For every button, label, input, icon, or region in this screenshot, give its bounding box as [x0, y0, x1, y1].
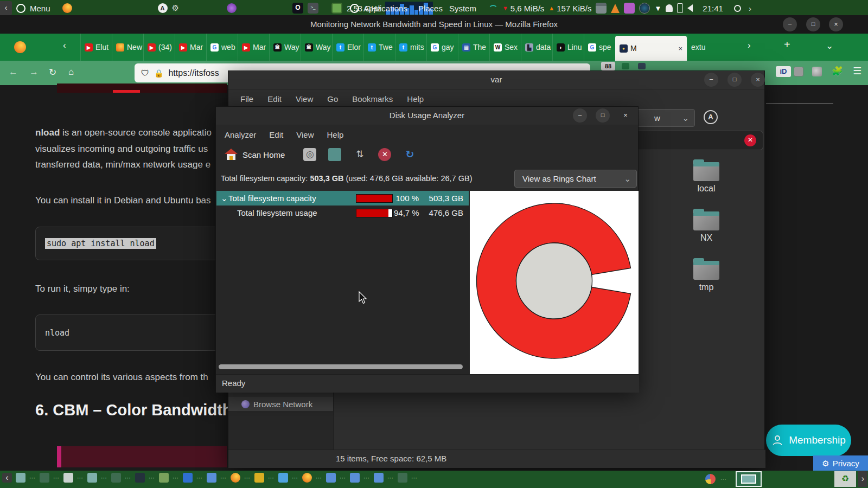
fm-menu-help[interactable]: Help: [407, 94, 424, 104]
tab-scroll-left-icon[interactable]: ‹: [63, 40, 66, 51]
fm-minimize-button[interactable]: −: [704, 73, 718, 87]
notifications-bell-icon[interactable]: [666, 4, 673, 12]
tab[interactable]: 🏛Way: [301, 34, 332, 61]
dua-menu-help[interactable]: Help: [327, 130, 343, 139]
shield-icon[interactable]: 🛡: [141, 68, 149, 78]
system-menu[interactable]: System: [449, 4, 476, 13]
tab[interactable]: tElor: [332, 34, 363, 61]
scan-folder-icon[interactable]: [328, 148, 341, 161]
tab[interactable]: ▶(34): [143, 34, 175, 61]
tab[interactable]: ▶Elut: [80, 34, 112, 61]
taskbar-bird-icon[interactable]: [278, 473, 288, 483]
cookies-extension-icon[interactable]: [812, 67, 822, 76]
battery-icon[interactable]: [677, 3, 683, 13]
url-text[interactable]: https://itsfoss: [168, 68, 219, 78]
tab[interactable]: ▙data: [521, 34, 552, 61]
media-applet-icon[interactable]: [624, 3, 635, 14]
dua-titlebar[interactable]: Disk Usage Analyzer − □ ×: [216, 107, 638, 125]
window-label-dots[interactable]: ⋯: [149, 474, 155, 481]
clock[interactable]: 21:41: [703, 4, 723, 13]
taskbar-collapse-icon[interactable]: ‹: [2, 473, 12, 483]
tor-icon[interactable]: [227, 3, 237, 13]
taskbar-grid-blue-icon[interactable]: [350, 473, 360, 483]
dua-maximize-button[interactable]: □: [596, 108, 610, 123]
view-as-dropdown[interactable]: View as Rings Chart⌄: [514, 170, 637, 188]
taskbar-firefox-icon[interactable]: [231, 473, 240, 483]
new-tab-button[interactable]: +: [784, 38, 790, 51]
tree-row[interactable]: Total filesystem usage94,7 %476,6 GB: [216, 206, 469, 220]
fm-menu-bookmarks[interactable]: Bookmarks: [352, 94, 393, 104]
taskbar-folder-icon[interactable]: [111, 473, 121, 483]
hamburger-menu-icon[interactable]: ☰: [853, 65, 861, 77]
scan-filesystem-icon[interactable]: ◎: [303, 148, 316, 161]
fm-menu-view[interactable]: View: [296, 94, 313, 104]
taskbar-window-green-icon[interactable]: [159, 473, 169, 483]
taskbar-window-teal-icon[interactable]: [16, 473, 25, 483]
network-signal-icon[interactable]: [488, 5, 498, 11]
window-label-dots[interactable]: ⋯: [244, 474, 251, 481]
code-text-selected[interactable]: sudo apt install nload: [45, 238, 156, 249]
fm-search-close-icon[interactable]: ✕: [744, 134, 756, 146]
pie-chart-window-icon[interactable]: [705, 474, 716, 484]
reload-icon[interactable]: ↻: [49, 67, 56, 78]
memory-applet-icon[interactable]: [331, 3, 342, 14]
tab[interactable]: ▶Mar: [175, 34, 206, 61]
window-label-dots[interactable]: ⋯: [29, 474, 36, 481]
tab[interactable]: tTwe: [363, 34, 395, 61]
tab-scroll-right-icon[interactable]: ›: [748, 40, 751, 51]
fm-menu-go[interactable]: Go: [327, 94, 338, 104]
window-label-dots[interactable]: ⋯: [340, 474, 346, 481]
folder-NX[interactable]: NX: [682, 209, 731, 243]
fm-maximize-button[interactable]: □: [727, 73, 742, 87]
menu-logo-icon[interactable]: [16, 4, 25, 13]
tab[interactable]: ◗Linu: [552, 34, 584, 61]
taskbar-grid-blue-icon[interactable]: [207, 473, 216, 483]
window-label-dots[interactable]: ⋯: [173, 474, 179, 481]
firefox-close-button[interactable]: ×: [829, 17, 843, 31]
tab[interactable]: Ggay: [426, 34, 458, 61]
tab[interactable]: extu: [687, 34, 718, 61]
puzzle-extensions-icon[interactable]: 🧩: [832, 66, 843, 77]
globe-extension-icon[interactable]: [794, 67, 803, 76]
gears-icon[interactable]: ⚙: [172, 3, 179, 13]
taskbar-grid-blue-icon[interactable]: [326, 473, 336, 483]
folder-tmp[interactable]: tmp: [682, 258, 731, 292]
firefox-minimize-button[interactable]: −: [783, 17, 797, 31]
dua-menu-edit[interactable]: Edit: [269, 130, 283, 139]
fm-view-dropdown[interactable]: w⌄: [630, 109, 695, 127]
refresh-icon[interactable]: ↻: [403, 148, 416, 161]
window-label-dots[interactable]: ⋯: [316, 474, 322, 481]
fm-menu-file[interactable]: File: [240, 94, 253, 104]
taskbar-folder-icon[interactable]: [40, 473, 49, 483]
trash-applet[interactable]: ♻: [834, 471, 856, 487]
fm-search-icon[interactable]: A: [704, 110, 718, 124]
firefox-launcher-icon[interactable]: [62, 3, 72, 13]
code-text[interactable]: nload: [45, 328, 69, 338]
volume-icon[interactable]: [687, 4, 693, 12]
taskbar-expand-icon[interactable]: ›: [858, 471, 867, 487]
panel-expand-icon[interactable]: ›: [749, 4, 751, 13]
sidebar-item-browse-network[interactable]: Browse Network: [228, 397, 333, 411]
scan-home-button[interactable]: Scan Home: [225, 149, 285, 160]
taskbar-folder-icon[interactable]: [398, 473, 407, 483]
window-label-dots[interactable]: ⋯: [720, 476, 727, 483]
star-icon[interactable]: [638, 63, 646, 69]
fm-menu-edit[interactable]: Edit: [267, 94, 282, 104]
tab[interactable]: 🏛Way: [269, 34, 301, 61]
tab-close-icon[interactable]: ×: [678, 44, 682, 53]
terminal-icon[interactable]: >_: [308, 3, 318, 14]
identity-extension-icon[interactable]: iD: [776, 66, 791, 77]
dua-menu-analyzer[interactable]: Analyzer: [225, 130, 256, 139]
vlc-icon[interactable]: [611, 4, 620, 13]
tab[interactable]: Gspe: [584, 34, 615, 61]
tab-active[interactable]: ●M×: [615, 36, 687, 61]
search-tool-icon[interactable]: A: [158, 3, 168, 13]
window-label-dots[interactable]: ⋯: [53, 474, 60, 481]
window-label-dots[interactable]: ⋯: [77, 474, 84, 481]
firefox-maximize-button[interactable]: □: [806, 17, 820, 31]
home-icon[interactable]: ⌂: [68, 67, 74, 78]
back-icon[interactable]: ←: [9, 67, 18, 78]
privacy-button[interactable]: ⚙ Privacy: [813, 455, 868, 471]
membership-button[interactable]: Membership: [766, 425, 851, 456]
window-label-dots[interactable]: ⋯: [196, 474, 203, 481]
